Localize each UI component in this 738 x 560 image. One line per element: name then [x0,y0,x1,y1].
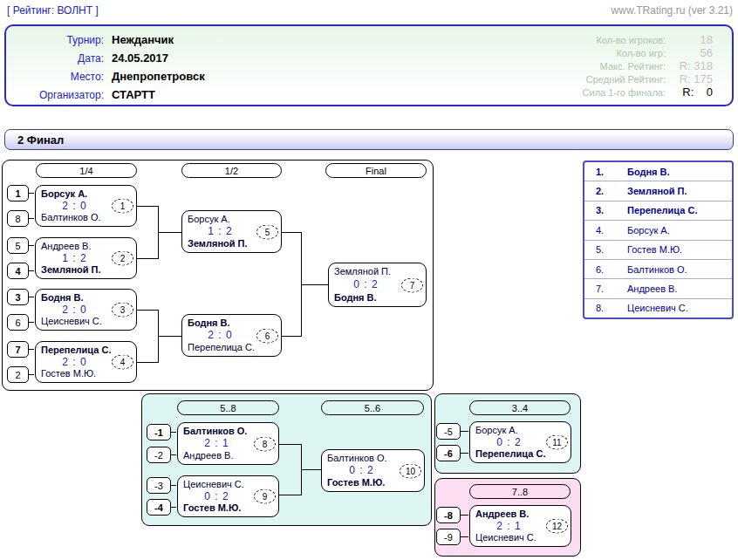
date-label: Дата: [15,52,104,65]
bracket-connector [137,310,158,311]
stat-max-rating: Макс. Рейтинг: R: 318 [583,59,713,72]
bracket-connector [137,258,158,259]
organizer-value: СТАРТТ [112,88,155,101]
match-number-badge: 1 [112,199,133,214]
player-name-top: Балтинков О. [183,426,273,437]
player-name-bottom: Андреев В. [183,450,273,461]
match-number-badge: 12 [546,519,568,534]
player-name-bottom: Балтинков О. [41,212,131,223]
match-number-badge: 4 [112,355,133,370]
match-box-5: Борсук А. 1 : 2 Земляной П. 5 [181,210,282,253]
match-score: 1 : 2 [41,253,108,264]
seed-box-neg4: -4 [147,499,171,516]
stat-final-strength: Сила 1-го финала: R: 0 [583,85,713,99]
trating-bracket-page: [ Рейтинг: ВОЛНТ ] www.TRating.ru (ver 3… [0,0,738,560]
match-score: 2 : 0 [41,304,108,316]
match-score: 0 : 2 [183,491,250,502]
match-box-8: Балтинков О. 2 : 1 Андреев В. 8 [177,422,279,465]
round-header-5-8: 5..8 [177,400,279,415]
seed-box-neg9: -9 [436,529,461,545]
seed-box-neg2: -2 [147,447,171,463]
match-number-badge: 10 [400,463,421,478]
standings-row-3: 3. Перепелица С. [584,201,732,221]
seed-box-8: 8 [7,210,29,227]
standings-row-1: 1. Бодня В. [584,162,732,181]
match-number-badge: 8 [254,436,276,451]
rating-link[interactable]: [ Рейтинг: ВОЛНТ ] [7,4,99,17]
info-row-place: Место: Днепропетровск [15,67,205,85]
match-number-badge: 6 [256,328,278,343]
round-header-quarterfinal: 1/4 [36,163,137,178]
player-name-bottom: Бодня В. [334,292,420,304]
bracket-connector [282,336,301,337]
player-name-bottom: Цеисневич С. [41,316,131,327]
match-number-badge: 11 [546,435,568,450]
player-name-bottom: Земляной П. [41,264,131,276]
bracket-connector [159,336,181,337]
match-score: 2 : 0 [41,201,108,212]
player-name-top: Андреев В. [41,241,131,252]
match-score: 1 : 2 [188,226,253,237]
match-score: 0 : 2 [327,465,396,476]
bracket-connector [137,362,158,363]
match-box-6: Бодня В. 2 : 0 Перепелица С. 6 [181,314,282,357]
match-score: 2 : 1 [183,438,250,449]
standings-row-8: 8. Цеисневич С. [584,299,732,318]
tournament-label: Турнир: [15,34,104,46]
place-value: Днепропетровск [112,70,205,83]
section-title: 2 Финал [17,133,64,147]
match-score: 0 : 2 [334,279,398,290]
seed-box-neg1: -1 [147,424,171,440]
bracket-connector [302,469,321,470]
seed-box-neg6: -6 [436,445,461,461]
bracket-connector [159,232,181,233]
standings-table: 1. Бодня В. 2. Земляной П. 3. Перепелица… [583,160,734,319]
seed-box-5: 5 [7,237,29,254]
match-number-badge: 2 [112,251,133,266]
player-name-top: Земляной П. [334,266,420,277]
match-number-badge: 9 [254,489,276,504]
seed-box-7: 7 [7,341,29,358]
seed-box-1: 1 [7,185,29,201]
player-name-bottom: Гостев М.Ю. [41,368,131,379]
site-version-label[interactable]: www.TRating.ru (ver 3.21) [612,4,733,17]
match-score: 2 : 0 [188,330,253,341]
round-header-final: Final [325,163,427,178]
round-header-5-6: 5..6 [321,400,424,415]
standings-row-4: 4. Борсук А. [584,221,732,240]
tournament-details: Турнир: Нежданчик Дата: 24.05.2017 Место… [15,31,205,104]
match-box-4: Перепелица С. 2 : 0 Гостев М.Ю. 4 [35,341,137,383]
match-box-12: Андреев В. 2 : 1 Цеисневич С. 12 [469,505,571,547]
seed-box-4: 4 [7,263,29,279]
section-title-bar: 2 Финал [4,129,734,150]
player-name-top: Перепелица С. [41,345,131,356]
tournament-value: Нежданчик [112,33,174,46]
match-score: 0 : 2 [475,437,543,448]
match-box-10: Балтинков О. 0 : 2 Гостев М.Ю. 10 [321,449,425,492]
info-row-organizer: Организатор: СТАРТТ [15,85,205,104]
seed-box-neg8: -8 [436,507,461,523]
standings-row-5: 5. Гостев М.Ю. [584,241,732,260]
tournament-info-panel: Турнир: Нежданчик Дата: 24.05.2017 Место… [4,24,734,106]
tournament-stats: Кол-во игроков: 18 Кол-во игр: 56 Макс. … [583,33,713,99]
player-name-top: Андреев В. [475,509,565,520]
standings-row-7: 7. Андреев В. [584,279,732,298]
player-name-top: Борсук А. [41,188,131,200]
match-score: 2 : 0 [41,357,108,368]
stat-players: Кол-во игроков: 18 [583,33,713,46]
player-name-bottom: Гостев М.Ю. [327,477,419,488]
player-name-top: Борсук А. [188,214,276,225]
player-name-top: Борсук А. [475,425,565,436]
round-header-7-8: 7..8 [469,484,571,499]
match-box-9: Цеисневич С. 0 : 2 Гостев М.Ю. 9 [177,475,279,517]
player-name-bottom: Земляной П. [188,238,276,249]
match-box-11: Борсук А. 0 : 2 Перепелица С. 11 [469,421,571,463]
seed-box-2: 2 [7,366,29,383]
seed-box-neg3: -3 [147,477,171,494]
match-box-2: Андреев В. 1 : 2 Земляной П. 2 [35,237,137,279]
player-name-top: Балтинков О. [327,453,419,464]
seed-box-6: 6 [7,314,29,331]
date-value: 24.05.2017 [112,51,168,65]
match-box-7: Земляной П. 0 : 2 Бодня В. 7 [328,263,427,307]
match-number-badge: 5 [256,224,278,239]
